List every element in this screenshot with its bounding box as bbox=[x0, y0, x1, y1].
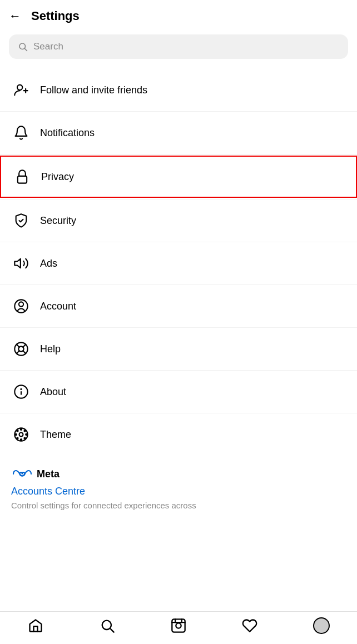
heart-icon bbox=[241, 617, 258, 634]
menu-item-account[interactable]: Account bbox=[0, 286, 357, 326]
menu-label-account: Account bbox=[40, 301, 76, 312]
header: ← Settings bbox=[0, 0, 357, 30]
svg-line-30 bbox=[110, 628, 113, 632]
menu-label-security: Security bbox=[40, 215, 76, 227]
theme-icon bbox=[11, 425, 31, 445]
accounts-centre-link[interactable]: Accounts Centre bbox=[11, 486, 346, 497]
svg-point-22 bbox=[21, 439, 22, 440]
accounts-centre-desc: Control settings for connected experienc… bbox=[11, 501, 196, 510]
ads-icon bbox=[11, 253, 31, 273]
menu-item-privacy[interactable]: Privacy bbox=[0, 156, 357, 198]
back-button[interactable]: ← bbox=[9, 10, 21, 22]
menu-item-ads[interactable]: Ads bbox=[0, 243, 357, 283]
svg-point-25 bbox=[17, 430, 18, 431]
follow-icon bbox=[11, 80, 31, 100]
bottom-nav bbox=[0, 611, 357, 644]
svg-point-18 bbox=[21, 389, 21, 390]
svg-point-27 bbox=[17, 437, 18, 438]
svg-line-12 bbox=[23, 351, 26, 353]
svg-point-26 bbox=[24, 437, 25, 438]
search-icon bbox=[18, 42, 28, 52]
nav-home[interactable] bbox=[19, 617, 52, 634]
svg-line-13 bbox=[23, 345, 26, 347]
notifications-icon bbox=[11, 123, 31, 143]
search-placeholder: Search bbox=[33, 41, 63, 52]
nav-search[interactable] bbox=[91, 617, 124, 634]
divider bbox=[0, 154, 357, 154]
menu-item-about[interactable]: About bbox=[0, 372, 357, 412]
divider bbox=[0, 327, 357, 328]
reels-icon bbox=[170, 617, 187, 634]
nav-profile[interactable] bbox=[305, 617, 338, 634]
security-icon bbox=[11, 211, 31, 231]
svg-point-28 bbox=[24, 430, 25, 431]
svg-point-8 bbox=[19, 302, 23, 306]
search-nav-icon bbox=[99, 617, 116, 634]
svg-point-24 bbox=[26, 434, 27, 435]
menu-item-security[interactable]: Security bbox=[0, 201, 357, 241]
menu-label-about: About bbox=[40, 386, 66, 398]
about-icon bbox=[11, 382, 31, 402]
meta-logo-icon bbox=[11, 468, 33, 480]
svg-point-32 bbox=[176, 623, 181, 628]
menu-item-help[interactable]: Help bbox=[0, 329, 357, 369]
svg-point-21 bbox=[21, 429, 22, 430]
svg-marker-6 bbox=[14, 259, 20, 268]
menu-label-privacy: Privacy bbox=[41, 171, 74, 183]
divider bbox=[0, 199, 357, 199]
svg-line-11 bbox=[17, 345, 19, 347]
avatar bbox=[313, 617, 330, 634]
help-icon bbox=[11, 339, 31, 359]
nav-likes[interactable] bbox=[233, 617, 266, 634]
menu-label-follow: Follow and invite friends bbox=[40, 84, 147, 96]
divider bbox=[0, 370, 357, 371]
svg-rect-31 bbox=[172, 619, 185, 632]
search-bar[interactable]: Search bbox=[9, 34, 348, 59]
search-container: Search bbox=[0, 30, 357, 68]
divider bbox=[0, 242, 357, 242]
meta-logo: Meta bbox=[11, 468, 346, 480]
divider bbox=[0, 413, 357, 413]
menu-label-help: Help bbox=[40, 343, 61, 355]
divider bbox=[0, 111, 357, 112]
menu-item-notifications[interactable]: Notifications bbox=[0, 113, 357, 153]
home-icon bbox=[27, 617, 44, 634]
svg-point-2 bbox=[17, 85, 22, 90]
menu-list: Follow and invite friends Notifications … bbox=[0, 68, 357, 457]
menu-label-ads: Ads bbox=[40, 258, 57, 269]
nav-reels[interactable] bbox=[162, 617, 195, 634]
meta-section: Meta Accounts Centre Control settings fo… bbox=[0, 457, 357, 515]
menu-label-theme: Theme bbox=[40, 429, 71, 441]
menu-item-theme[interactable]: Theme bbox=[0, 415, 357, 455]
svg-point-20 bbox=[19, 433, 23, 437]
menu-label-notifications: Notifications bbox=[40, 127, 95, 139]
account-icon bbox=[11, 296, 31, 316]
page-title: Settings bbox=[31, 9, 80, 23]
svg-line-1 bbox=[24, 48, 27, 51]
divider bbox=[0, 284, 357, 285]
meta-logo-label: Meta bbox=[37, 468, 60, 480]
menu-item-follow[interactable]: Follow and invite friends bbox=[0, 70, 357, 110]
privacy-icon bbox=[12, 167, 32, 187]
svg-rect-5 bbox=[18, 176, 27, 183]
svg-point-23 bbox=[16, 434, 17, 435]
svg-line-14 bbox=[17, 351, 19, 353]
